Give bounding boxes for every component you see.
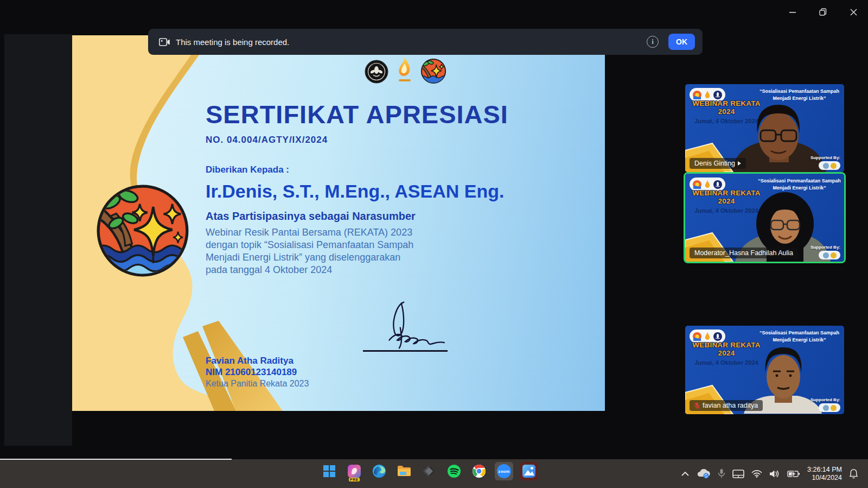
supported-by-label: Supported By: [810, 397, 840, 402]
tray-microphone-icon[interactable] [718, 468, 725, 479]
overlay-webinar-title: WEBINAR REKATA2024 [688, 99, 764, 116]
photos-app-icon[interactable] [520, 462, 538, 480]
file-explorer-icon[interactable] [395, 462, 413, 480]
sponsor-globe-icon [823, 405, 829, 411]
background-window-edge [0, 459, 232, 460]
certificate-body-line2: dengan topik “Sosialisasi Pemanfaatan Sa… [206, 239, 605, 251]
certificate-recipient-name: Ir.Denis, S.T., M.Eng., ASEAN Eng. [206, 181, 605, 202]
edge-icon[interactable] [370, 462, 388, 480]
zoom-meeting-window: SERTIFIKAT APRESIASI NO. 04.004/AGTY/IX/… [0, 0, 868, 488]
wifi-icon[interactable] [751, 470, 762, 478]
signer-nim: NIM 21060123140189 [206, 366, 605, 378]
notification-bell-icon[interactable] [849, 468, 858, 479]
name-menu-arrow-icon [738, 161, 741, 166]
shared-screen-certificate: SERTIFIKAT APRESIASI NO. 04.004/AGTY/IX/… [72, 35, 605, 411]
window-controls [784, 5, 861, 18]
touchpad-icon[interactable] [732, 470, 744, 478]
zoom-app-icon[interactable]: zoom [495, 462, 513, 480]
supported-by-logos [819, 251, 840, 259]
dark-prism-app-icon[interactable] [420, 462, 438, 480]
certificate-subtitle: Atas Partisipasinya sebagai Narasumber [206, 210, 605, 223]
certificate-title: SERTIFIKAT APRESIASI [206, 99, 605, 129]
spotify-icon[interactable] [445, 462, 463, 480]
chrome-icon[interactable] [470, 462, 488, 480]
rekata-logo [95, 183, 190, 278]
mini-flame-icon [704, 180, 711, 189]
system-tray: 3:26:14 PM 10/4/2024 [681, 459, 858, 488]
left-dark-panel [4, 34, 72, 446]
minimize-button[interactable] [784, 5, 801, 18]
overlay-webinar-title: WEBINAR REKATA2024 [688, 341, 764, 357]
certificate-given-to-label: Diberikan Kepada : [206, 164, 605, 175]
certificate-body-text: Webinar Resik Pantai Bersama (REKATA) 20… [206, 226, 605, 276]
signature-line [363, 350, 448, 352]
onedrive-icon[interactable] [697, 468, 711, 479]
sponsor-badge-icon [831, 163, 837, 169]
volume-icon[interactable] [769, 470, 780, 478]
overlay-topic-quote: “Sosialisasi Pemanfaatan SampahMenjadi E… [757, 329, 841, 344]
certificate-body-line3: Menjadi Energi Listrik” yang diselenggar… [206, 251, 605, 264]
supported-by-logos [819, 161, 840, 170]
certificate-body-line1: Webinar Resik Pantai Bersama (REKATA) 20… [206, 226, 605, 239]
mini-rekata-icon [692, 90, 702, 100]
mini-undip-icon [713, 90, 723, 100]
sponsor-badge-icon [831, 252, 837, 258]
participant-name-denis: Denis Ginting [690, 158, 746, 169]
mini-undip-icon [713, 332, 723, 341]
supported-by-logos [819, 403, 840, 412]
signer-name: Favian Atha Raditya [206, 355, 605, 366]
windows-taskbar: PRE [0, 459, 868, 488]
signer-title: Ketua Panitia Rekata 2023 [206, 379, 605, 389]
recording-message: This meeting is being recorded. [176, 37, 647, 47]
clock-date: 10/4/2024 [807, 474, 842, 482]
video-tile-denis[interactable]: WEBINAR REKATA2024 Jumat, 4 Oktober 2024… [685, 84, 844, 172]
recording-camera-icon [159, 38, 170, 46]
flame-logo [395, 56, 414, 84]
participant-name-moderator: Moderator_Hasna Fadhilah Aulia [690, 248, 798, 258]
mini-flame-icon [704, 90, 711, 100]
close-button[interactable] [845, 5, 861, 18]
video-tile-favian[interactable]: WEBINAR REKATA2024 Jumat, 4 Oktober 2024… [685, 326, 844, 414]
sponsor-globe-icon [823, 163, 829, 169]
copilot-pre-badge: PRE [349, 478, 360, 481]
ok-button[interactable]: OK [668, 34, 695, 50]
supported-by-label: Supported By: [810, 245, 840, 250]
start-button-icon[interactable] [320, 462, 339, 480]
overlay-topic-quote: “Sosialisasi Pemanfaatan SampahMenjadi E… [757, 88, 841, 102]
overlay-topic-quote: “Sosialisasi Penmanfaatan SampahMenjadi … [757, 178, 841, 192]
battery-icon[interactable] [787, 470, 800, 478]
overlay-date: Jumat, 4 Oktober 2024 [688, 118, 764, 124]
undip-logo [364, 59, 389, 84]
certificate-header-logos [206, 56, 605, 84]
certificate-body-line4: pada tanggal 4 Oktober 2024 [206, 264, 605, 276]
restore-button[interactable] [815, 5, 831, 18]
overlay-date: Jumat, 4 Oktober 2024 [688, 359, 764, 366]
tray-chevron-icon[interactable] [681, 471, 690, 477]
signer-block: Favian Atha Raditya NIM 21060123140189 [206, 355, 605, 378]
sponsor-globe-icon [823, 252, 829, 258]
supported-by-label: Supported By: [810, 155, 840, 160]
participant-name-favian: favian atha raditya [690, 400, 763, 411]
mini-flame-icon [704, 332, 711, 341]
info-icon[interactable]: i [647, 36, 659, 48]
certificate-number: NO. 04.004/AGTY/IX/2024 [206, 135, 605, 145]
copilot-icon[interactable]: PRE [345, 462, 363, 480]
taskbar-center-icons: PRE [320, 462, 538, 480]
mini-rekata-icon [692, 332, 702, 341]
mini-rekata-icon [692, 180, 702, 189]
video-tile-moderator[interactable]: WEBINAR REKATA2024 Jumat, 4 Oktober 2024… [685, 174, 844, 262]
sponsor-badge-icon [831, 405, 837, 411]
overlay-date: Jumat, 4 Oktober 2024 [688, 207, 764, 214]
rekata-logo-small [420, 58, 446, 84]
overlay-webinar-title: WEBINAR REKATA2024 [688, 189, 764, 205]
muted-mic-icon [694, 402, 700, 409]
signature-mark [206, 300, 605, 350]
mini-undip-icon [713, 180, 723, 189]
taskbar-clock[interactable]: 3:26:14 PM 10/4/2024 [807, 466, 842, 482]
recording-notification-bar: This meeting is being recorded. i OK [148, 29, 703, 55]
zoom-icon-label: zoom [499, 469, 510, 474]
clock-time: 3:26:14 PM [807, 466, 842, 474]
